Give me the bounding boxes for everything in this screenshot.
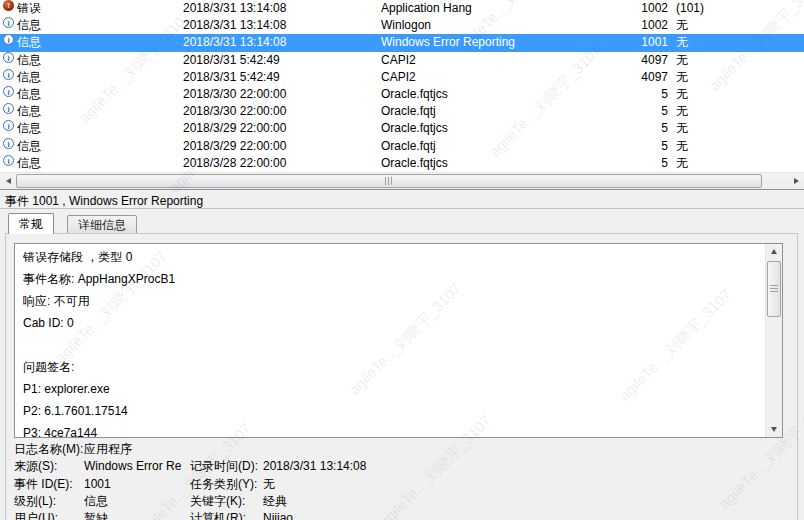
meta-label: 记录时间(D):: [190, 458, 258, 475]
event-category: (101): [676, 0, 704, 17]
scrollbar-grip-icon: [770, 285, 778, 293]
event-source: Oracle.fqtjcs: [381, 120, 448, 137]
event-source: CAPI2: [381, 52, 416, 69]
scrollbar-grip-icon: [385, 177, 393, 185]
meta-label: 日志名称(M):: [14, 441, 83, 458]
event-row[interactable]: i信息2018/3/29 22:00:00Oracle.fqtjcs5无: [0, 120, 804, 137]
scroll-down-button[interactable]: [766, 422, 782, 437]
event-category: 无: [676, 34, 688, 51]
event-row[interactable]: i信息2018/3/30 22:00:00Oracle.fqtj5无: [0, 103, 804, 120]
meta-label: 事件 ID(E):: [14, 476, 73, 493]
event-id: 1002: [540, 0, 668, 17]
event-id: 5: [540, 155, 668, 172]
event-id: 5: [540, 86, 668, 103]
event-id: 5: [540, 120, 668, 137]
scroll-up-button[interactable]: [766, 244, 782, 259]
general-text-line: 事件名称: AppHangXProcB1: [23, 268, 762, 290]
event-level: 信息: [17, 138, 41, 155]
error-icon: !: [3, 0, 14, 11]
event-row[interactable]: i信息2018/3/30 22:00:00Oracle.fqtjcs5无: [0, 86, 804, 103]
event-datetime: 2018/3/28 22:00:00: [183, 155, 286, 172]
event-level: 信息: [17, 17, 41, 34]
event-id: 5: [540, 103, 668, 120]
scroll-right-button[interactable]: [788, 173, 804, 189]
meta-row: 事件 ID(E):1001任务类别(Y):无: [14, 476, 784, 493]
event-source: Oracle.fqtj: [381, 138, 436, 155]
event-source: Oracle.fqtjcs: [381, 86, 448, 103]
tab-details[interactable]: 详细信息: [67, 215, 137, 234]
scroll-left-button[interactable]: [0, 173, 16, 189]
right-arrow-icon: [794, 178, 802, 184]
meta-label: 来源(S):: [14, 458, 57, 475]
event-viewer-pane: { "watermark_text": "agileTe.._刘晓宇_3107"…: [0, 0, 804, 520]
up-arrow-icon: [771, 246, 777, 254]
event-source: CAPI2: [381, 69, 416, 86]
meta-value: Nijiao: [263, 510, 293, 520]
event-source: Windows Error Reporting: [381, 34, 515, 51]
info-icon: i: [3, 86, 14, 97]
event-id: 1002: [540, 17, 668, 34]
event-level: 信息: [17, 69, 41, 86]
event-source: Oracle.fqtjcs: [381, 155, 448, 172]
meta-value: Windows Error Re: [84, 458, 188, 475]
meta-row: 级别(L):信息关键字(K):经典: [14, 493, 784, 510]
event-datetime: 2018/3/31 5:42:49: [183, 52, 280, 69]
event-row[interactable]: i信息2018/3/31 5:42:49CAPI24097无: [0, 52, 804, 69]
general-description-box[interactable]: 错误存储段 ，类型 0事件名称: AppHangXProcB1响应: 不可用Ca…: [14, 243, 783, 438]
meta-value: 经典: [263, 493, 287, 510]
info-icon: i: [3, 52, 14, 63]
event-level: 信息: [17, 103, 41, 120]
general-text-line: P1: explorer.exe: [23, 378, 762, 400]
event-category: 无: [676, 86, 688, 103]
vertical-scrollbar[interactable]: [765, 244, 782, 437]
horizontal-scrollbar[interactable]: [0, 172, 804, 189]
event-source: Oracle.fqtj: [381, 103, 436, 120]
event-id: 4097: [540, 52, 668, 69]
general-text-line: 错误存储段 ，类型 0: [23, 246, 762, 268]
event-datetime: 2018/3/30 22:00:00: [183, 86, 286, 103]
event-row[interactable]: i信息2018/3/31 5:42:49CAPI24097无: [0, 69, 804, 86]
info-icon: i: [3, 103, 14, 114]
general-text-line: P3: 4ce7a144: [23, 422, 762, 438]
event-row[interactable]: i信息2018/3/31 13:14:08Windows Error Repor…: [0, 34, 804, 51]
pane-divider: [0, 189, 804, 190]
info-icon: i: [3, 17, 14, 28]
meta-label: 级别(L):: [14, 493, 56, 510]
event-row[interactable]: i信息2018/3/28 22:00:00Oracle.fqtjcs5无: [0, 155, 804, 172]
event-list: !错误2018/3/31 13:14:08Application Hang100…: [0, 0, 804, 172]
event-level: 错误: [17, 0, 41, 17]
event-category: 无: [676, 155, 688, 172]
event-category: 无: [676, 17, 688, 34]
title-separator: [0, 208, 804, 209]
event-row[interactable]: !错误2018/3/31 13:14:08Application Hang100…: [0, 0, 804, 17]
meta-row: 日志名称(M):应用程序: [14, 441, 784, 458]
event-datetime: 2018/3/29 22:00:00: [183, 120, 286, 137]
info-icon: i: [3, 138, 14, 149]
event-level: 信息: [17, 155, 41, 172]
event-source: Winlogon: [381, 17, 431, 34]
event-id: 5: [540, 138, 668, 155]
general-text-line: 响应: 不可用: [23, 290, 762, 312]
event-row[interactable]: i信息2018/3/31 13:14:08Winlogon1002无: [0, 17, 804, 34]
vertical-scrollbar-thumb[interactable]: [767, 261, 781, 317]
event-datetime: 2018/3/30 22:00:00: [183, 103, 286, 120]
event-row[interactable]: i信息2018/3/29 22:00:00Oracle.fqtj5无: [0, 138, 804, 155]
general-text-line: Cab ID: 0: [23, 312, 762, 334]
info-icon: i: [3, 155, 14, 166]
event-category: 无: [676, 52, 688, 69]
meta-value: 2018/3/31 13:14:08: [263, 458, 366, 475]
event-datetime: 2018/3/31 13:14:08: [183, 0, 286, 17]
general-text-line: 问题签名:: [23, 356, 762, 378]
meta-row: 用户(U):暂缺计算机(R):Nijiao: [14, 510, 784, 520]
info-icon: i: [3, 120, 14, 131]
event-datetime: 2018/3/31 13:14:08: [183, 17, 286, 34]
event-id: 1001: [540, 34, 668, 51]
event-meta-grid: 日志名称(M):应用程序来源(S):Windows Error Re记录时间(D…: [14, 441, 784, 520]
down-arrow-icon: [771, 427, 777, 435]
tab-general[interactable]: 常规: [8, 213, 54, 234]
meta-value: 无: [263, 476, 275, 493]
horizontal-scrollbar-thumb[interactable]: [16, 174, 762, 188]
meta-value: 暂缺: [84, 510, 188, 520]
meta-label: 用户(U):: [14, 510, 58, 520]
meta-label: 任务类别(Y):: [190, 476, 257, 493]
